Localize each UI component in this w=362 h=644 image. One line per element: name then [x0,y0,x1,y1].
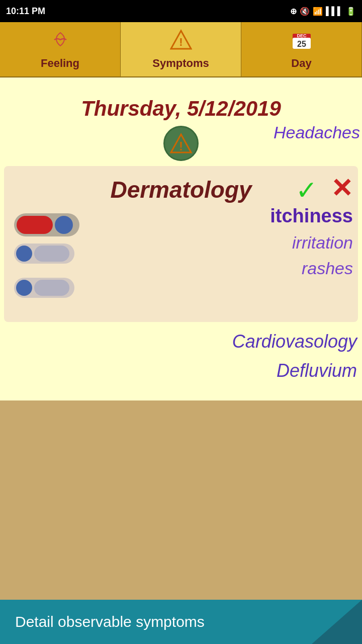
toggle-dot-1 [55,216,73,234]
symptom-irritation[interactable]: irritation [270,233,353,253]
category-cardiovasology[interactable]: Cardiovasology [5,327,357,356]
bluetooth-icon: ⊕ [290,7,297,16]
wifi-icon: 📶 [313,7,323,16]
symptoms-warning-icon: ! [163,126,199,161]
toggle-thumb-red [17,216,53,234]
tab-symptoms-label: Symptoms [152,57,209,70]
toggle-rashes[interactable] [14,278,348,298]
close-dialog-button[interactable]: ✕ [331,173,353,203]
status-icons: ⊕ 🔇 📶 ▌▌▌ 🔋 [290,7,356,16]
confirm-check-button[interactable]: ✓ [296,175,318,205]
category-section: Cardiovasology Defluvium [0,327,362,385]
tab-symptoms[interactable]: ! Symptoms [121,22,241,76]
toggle-fill-2 [34,246,69,262]
svg-text:!: ! [179,139,183,153]
tab-day-label: Day [291,57,311,70]
tab-day[interactable]: 25 DEC Day [241,22,362,76]
symptoms-tab-icon: ! [170,29,192,55]
day-icon: 25 DEC [291,29,313,55]
svg-text:!: ! [179,36,183,48]
status-time: 10:11 PM [6,6,45,17]
feeling-icon [49,29,71,55]
toggle-track-2 [14,244,74,264]
footer-bar: Detail observable symptoms [0,600,362,644]
status-bar: 10:11 PM ⊕ 🔇 📶 ▌▌▌ 🔋 [0,0,362,22]
symptom-rashes[interactable]: rashes [270,259,353,278]
signal-icon: ▌▌▌ [326,7,343,16]
symptom-itchiness[interactable]: itchiness [270,205,353,227]
toggle-track-3 [14,278,74,298]
tab-feeling[interactable]: Feeling [0,22,121,76]
date-display: Thursday, 5/12/2019 [0,88,362,126]
battery-icon: 🔋 [346,7,356,16]
toggle-track-1 [14,213,79,236]
headaches-label: Headaches [274,123,362,142]
main-content: Thursday, 5/12/2019 ! Headaches Dermatol… [0,77,362,400]
toggle-dot-2 [16,246,32,262]
toggle-dot-3 [16,280,32,296]
footer-text: Detail observable symptoms [15,613,205,630]
dermatology-dialog: Dermatology ✓ ✕ [4,166,358,322]
tab-bar: Feeling ! Symptoms 25 DEC Day [0,22,362,77]
toggle-fill-3 [34,280,69,296]
symptom-list: itchiness irritation rashes [270,205,353,278]
tab-feeling-label: Feeling [41,57,79,70]
svg-text:DEC: DEC [297,33,307,38]
category-defluvium[interactable]: Defluvium [5,356,357,385]
mute-icon: 🔇 [300,7,310,16]
svg-text:25: 25 [297,40,306,48]
